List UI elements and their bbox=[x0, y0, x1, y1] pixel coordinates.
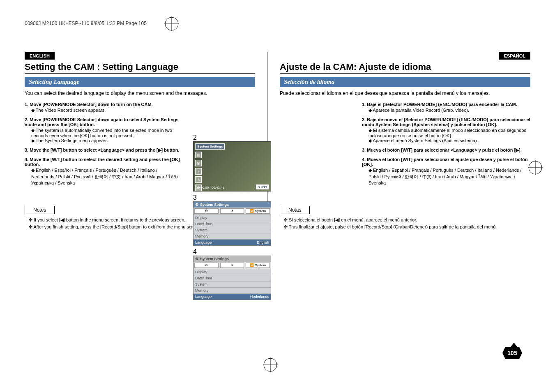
step-1-title: 1. Move [POWER/MODE Selector] down to tu… bbox=[25, 102, 181, 107]
language-badge: ESPAÑOL bbox=[499, 52, 530, 60]
note-2: ✤ Tras finalizar el ajuste, pulse el bot… bbox=[284, 224, 530, 230]
section-title: Selecting Language bbox=[25, 77, 255, 87]
screenshot-number-3: 3 bbox=[193, 194, 271, 201]
row-display: Display bbox=[193, 269, 271, 275]
screenshot-stack: 2 System Settings ▤◉♪⎋⚙ STBY 00:00:00 / … bbox=[193, 134, 271, 302]
sel-label: Language bbox=[195, 295, 212, 299]
row-system: System bbox=[193, 281, 271, 287]
step-2-sub-2: ◆ The System Settings menu appears. bbox=[31, 138, 181, 143]
notes-label: Notes bbox=[25, 206, 55, 214]
mode-mic-icon: ⎋ bbox=[195, 176, 202, 183]
section-title: Selección de idioma bbox=[280, 77, 530, 87]
step-2-sub-2: ◆ Aparece el menú System Settings (Ajust… bbox=[368, 138, 530, 143]
system-settings-panel-4: ⚙System Settings ⚙☀📶 System Display Date… bbox=[193, 256, 271, 300]
registration-mark-bottom bbox=[263, 357, 278, 374]
language-badge: ENGLISH bbox=[25, 52, 55, 60]
sel-value: Nederlands bbox=[250, 295, 269, 299]
step-2-title: 2. Move [POWER/MODE Selector] down again… bbox=[25, 117, 181, 127]
row-language-selected: LanguageEnglish bbox=[193, 239, 271, 245]
step-1-sub: ◆ The Video Record screen appears. bbox=[31, 108, 181, 113]
notes-label: Notas bbox=[280, 206, 310, 214]
time-counter: 00:00:00 / 00:43:41 bbox=[196, 186, 224, 189]
step-2-sub-1: ◆ The system is automatically converted … bbox=[31, 128, 181, 138]
tab-icon-3: 📶 System bbox=[246, 263, 270, 268]
row-memory: Memory bbox=[193, 233, 271, 239]
mode-video-icon: ▤ bbox=[195, 152, 202, 158]
print-header: 00906J M2100 UK+ESP~110 9/8/05 1:32 PM P… bbox=[25, 16, 530, 31]
crop-mark-icon bbox=[164, 16, 179, 31]
english-column: ENGLISH Setting the CAM : Setting Langua… bbox=[25, 52, 255, 231]
settings-icon: ⚙ bbox=[195, 257, 198, 261]
step-4-sub: ◆ English / Español / Français / Portugu… bbox=[368, 168, 530, 185]
mode-music-icon: ♪ bbox=[195, 168, 202, 175]
panel-title: System Settings bbox=[200, 203, 229, 207]
tab-icon-1: ⚙ bbox=[194, 263, 219, 268]
note-1: ✤ Si selecciona el botón [◀] en el menú,… bbox=[284, 217, 530, 223]
instructions-list: 1. Move [POWER/MODE Selector] down to tu… bbox=[25, 102, 181, 185]
sel-label: Language bbox=[195, 240, 212, 244]
stby-badge: STBY bbox=[256, 184, 269, 189]
overlay-title: System Settings bbox=[195, 143, 225, 150]
tab-icon-2: ☀ bbox=[220, 263, 244, 268]
row-display: Display bbox=[193, 214, 271, 221]
row-system: System bbox=[193, 227, 271, 233]
step-1-sub: ◆ Aparece la pantalla Video Record (Grab… bbox=[368, 108, 530, 113]
step-4-sub: ◆ English / Español / Français / Portugu… bbox=[31, 168, 181, 185]
intro-text: Puede seleccionar el idioma en el que de… bbox=[280, 90, 530, 96]
step-2-title: 2. Baje de nuevo el [Selector POWER/MODE… bbox=[362, 117, 530, 127]
page-arrow-icon bbox=[511, 343, 517, 347]
row-datetime: Date/Time bbox=[193, 275, 271, 281]
settings-icon: ⚙ bbox=[195, 203, 198, 207]
row-datetime: Date/Time bbox=[193, 221, 271, 227]
spanish-column: ESPAÑOL Ajuste de la CAM: Ajuste de idio… bbox=[280, 52, 530, 231]
tab-icon-1: ⚙ bbox=[194, 208, 219, 214]
panel-title: System Settings bbox=[200, 257, 229, 261]
header-text: 00906J M2100 UK+ESP~110 9/8/05 1:32 PM P… bbox=[25, 21, 147, 26]
row-language-selected: LanguageNederlands bbox=[193, 293, 271, 300]
step-2-sub-1: ◆ El sistema cambia automáticamente al m… bbox=[368, 128, 530, 138]
screenshot-number-2: 2 bbox=[193, 134, 271, 141]
step-3-title: 3. Move the [W/T] button to select <Lang… bbox=[25, 148, 181, 153]
page-title: Ajuste de la CAM: Ajuste de idioma bbox=[280, 62, 530, 74]
sel-value: English bbox=[257, 240, 269, 244]
step-1-title: 1. Baje el [Selector POWER/MODE] (ENC./M… bbox=[362, 102, 530, 107]
step-4-title: 4. Move the [W/T] button to select the d… bbox=[25, 157, 181, 167]
mode-photo-icon: ◉ bbox=[195, 160, 202, 166]
intro-text: You can select the desired language to d… bbox=[25, 90, 255, 96]
tab-icon-3: 📶 System bbox=[246, 208, 270, 214]
tab-icon-2: ☀ bbox=[220, 208, 244, 214]
step-3-title: 3. Mueva el botón [W/T] para seleccionar… bbox=[362, 148, 530, 153]
system-settings-panel-3: ⚙System Settings ⚙☀📶 System Display Date… bbox=[193, 201, 271, 246]
registration-mark-right bbox=[528, 160, 543, 177]
page-number: 105 bbox=[502, 347, 522, 359]
row-memory: Memory bbox=[193, 287, 271, 293]
screenshot-number-4: 4 bbox=[193, 248, 271, 256]
page-title: Setting the CAM : Setting Language bbox=[25, 62, 255, 74]
instructions-list: 1. Baje el [Selector POWER/MODE] (ENC./M… bbox=[362, 102, 530, 185]
video-record-preview: System Settings ▤◉♪⎋⚙ STBY 00:00:00 / 00… bbox=[193, 141, 271, 191]
step-4-title: 4. Mueva el botón [W/T] para seleccionar… bbox=[362, 157, 530, 167]
